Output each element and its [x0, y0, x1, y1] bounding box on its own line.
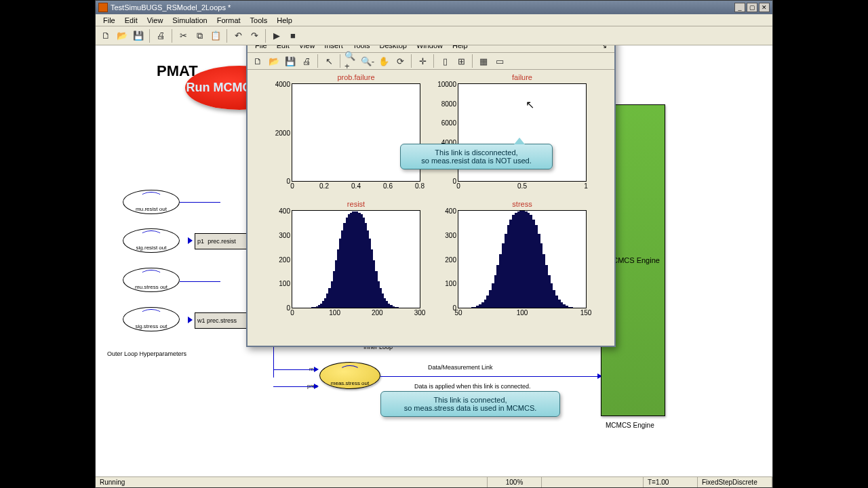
statusbar: Running 100% T=1.00 FixedStepDiscrete — [96, 476, 772, 487]
fig-print-icon[interactable]: 🖨 — [299, 54, 314, 68]
print-icon[interactable]: 🖨 — [153, 28, 168, 43]
fig-datacursor-icon[interactable]: ✛ — [415, 54, 430, 68]
prior-sig-stress[interactable]: sig.stress out — [123, 307, 180, 331]
fig-zoomin-icon[interactable]: 🔍+ — [344, 54, 359, 68]
new-icon[interactable]: 🗋 — [98, 28, 113, 43]
fig-showplot-icon[interactable]: ▭ — [492, 54, 507, 68]
figure-window[interactable]: Figure 1: Histograms of Samples _ ▢ ✕ Fi… — [246, 45, 616, 347]
menu-format[interactable]: Format — [212, 15, 245, 26]
redo-icon[interactable]: ↷ — [247, 28, 262, 43]
minimize-button[interactable]: _ — [734, 3, 745, 12]
menu-edit[interactable]: Edit — [120, 15, 142, 26]
conv-prec-stress[interactable]: w1 prec.stress — [195, 312, 249, 329]
fig-menu-tools[interactable]: Tools — [348, 45, 375, 51]
axes-stress[interactable]: stress 010020030040050100150 — [458, 210, 587, 308]
status-solver: FixedStepDiscrete — [698, 477, 772, 487]
open-icon[interactable]: 📂 — [115, 28, 130, 43]
fig-pan-icon[interactable]: ✋ — [376, 54, 391, 68]
model-canvas[interactable]: PMAT Run MCMCS Now! mu.resist out sig.re… — [96, 45, 772, 476]
meas-stress-node[interactable]: meas.stress out — [319, 362, 380, 389]
prior-sig-resist[interactable]: sig.resist out — [123, 228, 180, 253]
signal-line — [180, 202, 220, 203]
arrow-icon — [314, 384, 319, 389]
plot-area: prob.failure 02000400000.20.40.60.8 fail… — [254, 71, 608, 339]
maximize-button[interactable]: ▢ — [747, 3, 757, 12]
fig-rotate-icon[interactable]: ⟳ — [393, 54, 408, 68]
stop-icon[interactable]: ■ — [285, 28, 300, 43]
fig-menu-insert[interactable]: Insert — [319, 45, 348, 51]
fig-menu-window[interactable]: Window — [412, 45, 448, 51]
fig-pointer-icon[interactable]: ↖ — [321, 54, 336, 68]
inport-arrow — [188, 237, 193, 244]
data-measurement-link — [380, 376, 601, 377]
status-left: Running — [96, 477, 488, 487]
fig-menu-view[interactable]: View — [294, 45, 320, 51]
menu-view[interactable]: View — [142, 15, 168, 26]
cut-icon[interactable]: ✂ — [176, 28, 191, 43]
fig-new-icon[interactable]: 🗋 — [250, 54, 265, 68]
callout-disconnected: This link is disconnected, so meas.resis… — [400, 144, 553, 169]
dock-arrow-icon[interactable]: ↘ — [596, 45, 612, 52]
fig-colorbar-icon[interactable]: ▯ — [437, 54, 452, 68]
menu-simulation[interactable]: Simulation — [167, 15, 212, 26]
status-zoom: 100% — [488, 477, 542, 487]
callout-connected: This link is connected, so meas.stress d… — [380, 391, 560, 417]
signal-line — [273, 386, 314, 387]
main-toolbar: 🗋 📂 💾 🖨 ✂ ⧉ 📋 ↶ ↷ ▶ ■ — [96, 26, 772, 45]
axes-resist[interactable]: resist 01002003004000100200300 — [292, 210, 420, 308]
fig-menu-help[interactable]: Help — [448, 45, 473, 51]
save-icon[interactable]: 💾 — [131, 28, 146, 43]
link-title: Data/Measurement Link — [428, 364, 493, 371]
menu-file[interactable]: File — [98, 15, 120, 26]
menu-tools[interactable]: Tools — [245, 15, 273, 26]
prior-mu-stress[interactable]: mu.stress out — [123, 268, 180, 292]
prior-mu-resist[interactable]: mu.resist out — [123, 190, 180, 214]
conv-prec-resist[interactable]: p1 prec.resist — [195, 233, 249, 249]
figure-menubar: File Edit View Insert Tools Desktop Wind… — [248, 45, 614, 52]
fig-legend-icon[interactable]: ⊞ — [454, 54, 469, 68]
fig-menu-edit[interactable]: Edit — [272, 45, 294, 51]
figure-toolbar: 🗋 📂 💾 🖨 ↖ 🔍+ 🔍- ✋ ⟳ ✛ ▯ ⊞ ▦ ▭ — [248, 52, 614, 70]
undo-icon[interactable]: ↶ — [231, 28, 245, 43]
copy-icon[interactable]: ⧉ — [192, 28, 207, 43]
inport-arrow — [188, 317, 193, 323]
fig-menu-desktop[interactable]: Desktop — [375, 45, 412, 51]
link-subtitle: Data is applied when this link is connec… — [414, 383, 531, 390]
arrow-icon — [314, 367, 319, 372]
main-titlebar: TestSimuBUGS_RSModel_2Loops * _ ▢ ✕ — [96, 1, 772, 14]
status-time: T=1.00 — [644, 477, 698, 487]
fig-hideplot-icon[interactable]: ▦ — [476, 54, 491, 68]
fig-save-icon[interactable]: 💾 — [283, 54, 298, 68]
fig-zoomout-icon[interactable]: 🔍- — [360, 54, 375, 68]
outer-loop-label: Outer Loop Hyperparameters — [107, 350, 186, 357]
close-button[interactable]: ✕ — [759, 3, 770, 12]
main-menubar: File Edit View Simulation Format Tools H… — [96, 14, 772, 26]
paste-icon[interactable]: 📋 — [208, 28, 223, 43]
play-icon[interactable]: ▶ — [269, 28, 284, 43]
signal-line — [273, 369, 314, 370]
fig-open-icon[interactable]: 📂 — [267, 54, 281, 68]
signal-line — [180, 281, 220, 282]
menu-help[interactable]: Help — [272, 15, 297, 26]
main-window-title: TestSimuBUGS_RSModel_2Loops * — [111, 3, 231, 12]
fig-menu-file[interactable]: File — [250, 45, 272, 51]
mcmcs-caption: MCMCS Engine — [606, 422, 654, 429]
simulink-main-window: TestSimuBUGS_RSModel_2Loops * _ ▢ ✕ File… — [95, 0, 773, 488]
app-icon — [98, 3, 108, 12]
